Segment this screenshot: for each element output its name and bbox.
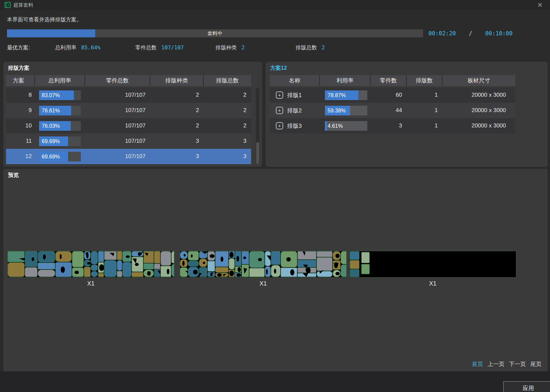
- layout-utilization-cell: 4.61%: [320, 121, 371, 131]
- preview-count-label-2: X1: [180, 280, 347, 287]
- stat-value: 85.64%: [81, 44, 101, 51]
- pagination-last[interactable]: 尾页: [530, 360, 542, 368]
- plans-panel: 排版方案 方案 总利用率 零件总数 排版种类 排版总数 8 83.07% 107…: [3, 62, 262, 167]
- plan-utilization-cell: 76.03%: [35, 121, 85, 131]
- utilization-text: 76.61%: [42, 106, 60, 115]
- utilization-text: 69.69%: [42, 136, 60, 146]
- plan-boards: 2: [204, 122, 251, 129]
- layout-name-cell: + 排版2: [270, 107, 320, 114]
- best-plan-caption: 最优方案:: [7, 44, 30, 51]
- col-layout-total: 排版总数: [204, 75, 251, 86]
- utilization-text: 78.87%: [328, 90, 346, 100]
- layout-parts: 44: [371, 107, 407, 114]
- window-title: 超算套料: [13, 0, 33, 10]
- nest-preview-2[interactable]: [180, 251, 347, 278]
- plan-id: 8: [6, 92, 35, 98]
- plan-kinds: 2: [150, 122, 204, 129]
- stat-label: 排版总数: [296, 45, 317, 50]
- stat-label: 零件总数: [135, 45, 157, 50]
- expand-button[interactable]: +: [276, 122, 283, 129]
- plan-boards: 3: [204, 138, 251, 144]
- plan-row-12[interactable]: 12 69.69% 107/107 3 3: [6, 149, 251, 164]
- col-total-utilization: 总利用率: [35, 75, 85, 86]
- utilization-text: 69.69%: [42, 152, 60, 161]
- stat-value: 2: [241, 44, 245, 51]
- layout-utilization-cell: 59.38%: [320, 106, 371, 115]
- layout-name: 排版3: [287, 122, 302, 130]
- plan-parts: 107/107: [85, 138, 150, 144]
- layout-row-2[interactable]: + 排版2 59.38% 44 1 20000 x 3000: [270, 103, 515, 118]
- detail-table-body: + 排版1 78.87% 60 1 20000 x 3000 + 排版2 59.…: [270, 87, 515, 133]
- layout-name: 排版2: [287, 107, 302, 114]
- plan-id: 11: [6, 138, 35, 144]
- plans-table-header: 方案 总利用率 零件总数 排版种类 排版总数: [6, 75, 251, 86]
- plan-utilization-cell: 69.69%: [35, 152, 85, 161]
- layout-name: 排版1: [287, 91, 302, 99]
- close-icon[interactable]: ✕: [534, 0, 546, 10]
- stat-total-parts: 零件总数107/107: [135, 44, 184, 51]
- nest-preview-3[interactable]: [349, 251, 516, 278]
- preview-count-label-3: X1: [349, 280, 516, 287]
- preview-pagination: 首页 上一页 下一页 尾页: [472, 360, 542, 368]
- sheet-size: 20000 x 3000: [442, 122, 515, 129]
- apply-button[interactable]: 应用: [503, 381, 550, 392]
- col-layout-count: 排版数: [407, 75, 442, 86]
- stat-layout-kinds: 排版种类2: [215, 44, 245, 51]
- scrollbar-handle[interactable]: [256, 142, 259, 164]
- col-plan-id: 方案: [6, 75, 35, 86]
- plan-kinds: 3: [150, 138, 204, 144]
- col-name: 名称: [270, 75, 320, 86]
- intro-text: 本界面可查看并选择排版方案。: [7, 16, 82, 23]
- utilization-text: 4.61%: [328, 121, 343, 131]
- col-layout-kinds: 排版种类: [150, 75, 204, 86]
- plan-row-8[interactable]: 8 83.07% 107/107 2 2: [6, 87, 251, 103]
- pagination-first[interactable]: 首页: [472, 360, 483, 368]
- plan-kinds: 2: [150, 92, 204, 98]
- preview-panel-title: 预览: [8, 172, 19, 179]
- plan-detail-panel: 方案12 名称 利用率 零件数 排版数 板材尺寸 + 排版1 78.87% 60…: [265, 62, 548, 167]
- col-utilization: 利用率: [320, 75, 371, 86]
- layout-count: 1: [407, 92, 442, 98]
- stat-layout-total: 排版总数2: [296, 44, 325, 51]
- stat-label: 排版种类: [215, 45, 237, 50]
- plans-scrollbar[interactable]: [256, 87, 259, 164]
- layout-count: 1: [407, 122, 442, 129]
- plan-id: 9: [6, 107, 35, 114]
- layout-utilization-cell: 78.87%: [320, 90, 371, 100]
- detail-table-header: 名称 利用率 零件数 排版数 板材尺寸: [270, 75, 515, 86]
- plan-row-10[interactable]: 10 76.03% 107/107 2 2: [6, 118, 251, 133]
- expand-button[interactable]: +: [276, 107, 283, 114]
- plan-row-11[interactable]: 11 69.69% 107/107 3 3: [6, 133, 251, 149]
- timer-divider: /: [469, 30, 472, 37]
- pagination-next[interactable]: 下一页: [509, 360, 526, 368]
- plan-row-9[interactable]: 9 76.61% 107/107 2 2: [6, 103, 251, 118]
- plans-panel-title: 排版方案: [8, 65, 29, 72]
- plan-utilization-cell: 76.61%: [35, 106, 85, 115]
- footer-bar: [0, 371, 550, 392]
- stat-label: 总利用率: [55, 45, 76, 50]
- expand-button[interactable]: +: [276, 91, 283, 99]
- pagination-prev[interactable]: 上一页: [488, 360, 505, 368]
- time-limit: 00:10:00: [485, 30, 513, 37]
- layout-row-3[interactable]: + 排版3 4.61% 3 1 20000 x 3000: [270, 118, 515, 133]
- plan-parts: 107/107: [85, 153, 150, 160]
- plan-kinds: 3: [150, 153, 204, 160]
- layout-row-1[interactable]: + 排版1 78.87% 60 1 20000 x 3000: [270, 87, 515, 103]
- nest-preview-1[interactable]: [7, 251, 174, 278]
- plan-utilization-cell: 69.69%: [35, 136, 85, 146]
- utilization-text: 83.07%: [42, 90, 60, 100]
- window-titlebar: 超算套料 ✕: [0, 0, 550, 10]
- sheet-size: 20000 x 3000: [442, 92, 515, 98]
- layout-parts: 3: [371, 122, 407, 129]
- best-plan-stats: 最优方案: 总利用率85.64% 零件总数107/107 排版种类2 排版总数2: [0, 44, 550, 52]
- plan-kinds: 2: [150, 107, 204, 114]
- utilization-text: 76.03%: [42, 121, 60, 131]
- plan-boards: 2: [204, 107, 251, 114]
- plan-boards: 3: [204, 153, 251, 160]
- elapsed-time: 00:02:20: [428, 30, 456, 37]
- layout-count: 1: [407, 107, 442, 114]
- nesting-timer: 00:02:20 / 00:10:00: [428, 29, 513, 37]
- col-parts-count: 零件数: [371, 75, 407, 86]
- plan-boards: 2: [204, 92, 251, 98]
- progress-status-label: 套料中: [7, 29, 423, 37]
